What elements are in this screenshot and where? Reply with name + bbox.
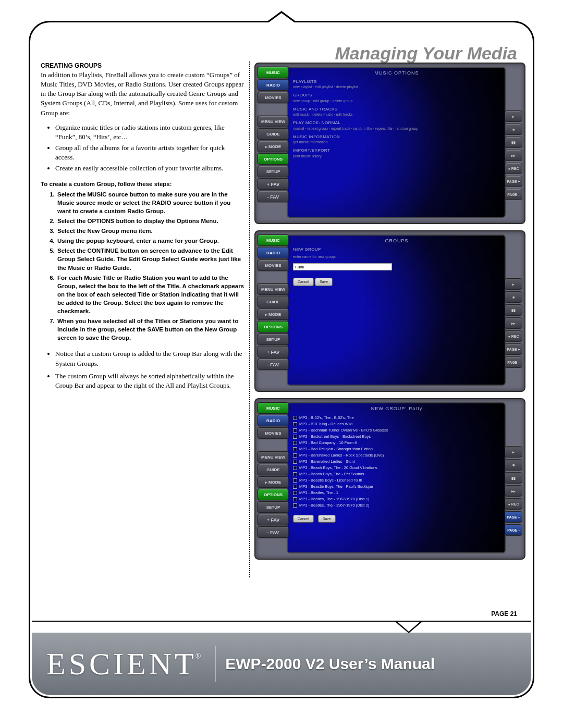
- track-row[interactable]: MP3 - Barenaked Ladies - Rock Spectacle …: [293, 452, 501, 459]
- nav-movies[interactable]: MOVIES: [258, 260, 289, 271]
- play-icon[interactable]: ▸: [505, 278, 522, 290]
- page-minus[interactable]: PAGE -: [505, 189, 522, 200]
- cancel-button[interactable]: Cancel: [293, 278, 314, 286]
- track-row[interactable]: MP3 - Barenaked Ladies - Stunt: [293, 459, 501, 465]
- ff-icon[interactable]: ▸▸: [505, 150, 522, 161]
- checkbox-icon[interactable]: [293, 428, 297, 433]
- nav-menuview[interactable]: MENU VIEW: [258, 283, 289, 295]
- nav-music[interactable]: MUSIC: [258, 67, 289, 78]
- save-button[interactable]: Save: [318, 515, 336, 523]
- checkbox-icon[interactable]: [293, 460, 297, 464]
- nav-add-fav[interactable]: + FAV: [258, 178, 289, 190]
- track-label: MP3 - Bad Religion - Stranger than Ficti…: [299, 447, 373, 452]
- opt-head: PLAY MODE: NORMAL: [293, 120, 501, 126]
- checkbox-icon[interactable]: [293, 416, 297, 420]
- cancel-button[interactable]: Cancel: [293, 515, 314, 523]
- track-row[interactable]: MP3 - Beatles, The - 1: [293, 490, 501, 496]
- rec-button[interactable]: ● REC: [505, 498, 522, 510]
- step-item: When you have selected all of the Titles…: [56, 317, 245, 342]
- stop-icon[interactable]: ■: [505, 459, 522, 471]
- checkbox-icon[interactable]: [293, 472, 297, 476]
- left-nav: MUSIC RADIO MOVIES MENU VIEW GUIDE MODE …: [258, 67, 289, 220]
- page-minus[interactable]: PAGE -: [505, 524, 522, 536]
- nav-guide[interactable]: GUIDE: [258, 128, 289, 140]
- page-plus[interactable]: PAGE +: [505, 343, 522, 355]
- track-row[interactable]: MP3 - Bad Religion - Stranger than Ficti…: [293, 446, 501, 452]
- checkbox-icon[interactable]: [293, 485, 297, 489]
- checkbox-icon[interactable]: [293, 441, 297, 445]
- nav-radio[interactable]: RADIO: [258, 79, 289, 91]
- nav-rem-fav[interactable]: - FAV: [258, 191, 289, 202]
- checkbox-icon[interactable]: [293, 503, 297, 508]
- nav-setup[interactable]: SETUP: [258, 501, 289, 513]
- transport-buttons: ▸ ■ ▮▮ ▸▸ ● REC PAGE + PAGE -: [505, 446, 522, 556]
- rec-button[interactable]: ● REC: [505, 330, 522, 342]
- nav-guide[interactable]: GUIDE: [258, 296, 289, 307]
- ff-icon[interactable]: ▸▸: [505, 485, 522, 497]
- opt-head: MUSIC INFORMATION: [293, 134, 501, 140]
- nav-music[interactable]: MUSIC: [258, 402, 289, 414]
- track-row[interactable]: MP3 - Beatles, The - 1967-1970 (Disc 1): [293, 496, 501, 502]
- intro-paragraph: In addition to Playlists, FireBall allow…: [41, 70, 245, 118]
- nav-guide[interactable]: GUIDE: [258, 464, 289, 475]
- play-icon[interactable]: ▸: [505, 110, 522, 122]
- opt-sub: get music information: [293, 140, 501, 144]
- rec-button[interactable]: ● REC: [505, 163, 522, 174]
- ff-icon[interactable]: ▸▸: [505, 317, 522, 329]
- page-plus[interactable]: PAGE +: [505, 511, 522, 523]
- checkbox-icon[interactable]: [293, 466, 297, 470]
- track-row[interactable]: MP3 - Backstreet Boys - Backstreet Boys: [293, 434, 501, 440]
- nav-radio[interactable]: RADIO: [258, 247, 289, 258]
- nav-mode[interactable]: MODE: [258, 309, 289, 320]
- checkbox-icon[interactable]: [293, 435, 297, 439]
- checkbox-icon[interactable]: [293, 491, 297, 495]
- nav-options[interactable]: OPTIONS: [258, 489, 289, 500]
- page-minus[interactable]: PAGE -: [505, 356, 522, 368]
- nav-menuview[interactable]: MENU VIEW: [258, 116, 289, 127]
- nav-options[interactable]: OPTIONS: [258, 321, 289, 332]
- track-row[interactable]: MP3 - Bad Company - 10 From 6: [293, 440, 501, 446]
- play-icon[interactable]: ▸: [505, 446, 522, 458]
- nav-radio[interactable]: RADIO: [258, 415, 289, 426]
- track-row[interactable]: MP3 - Bachman Turner Overdrive - BTO's G…: [293, 427, 501, 434]
- checkbox-icon[interactable]: [293, 478, 297, 483]
- track-row[interactable]: MP3 - Beastie Boys, The - Paul's Boutiqu…: [293, 484, 501, 490]
- checkbox-icon[interactable]: [293, 497, 297, 501]
- nav-add-fav[interactable]: + FAV: [258, 514, 289, 525]
- checkbox-icon[interactable]: [293, 447, 297, 451]
- nav-add-fav[interactable]: + FAV: [258, 346, 289, 357]
- track-row[interactable]: MP3 - Beach Boys, The - 20 Good Vibratio…: [293, 465, 501, 471]
- nav-music[interactable]: MUSIC: [258, 235, 289, 246]
- save-button[interactable]: Save: [315, 278, 333, 286]
- nav-movies[interactable]: MOVIES: [258, 92, 289, 103]
- checkbox-icon[interactable]: [293, 453, 297, 458]
- track-row[interactable]: MP3 - Beatles, The - 1967-1970 (Disc 2): [293, 502, 501, 509]
- step-item: Select the MUSIC source button to make s…: [56, 190, 245, 215]
- nav-mode[interactable]: MODE: [258, 476, 289, 488]
- track-row[interactable]: MP3 - Beach Boys, The - Pet Sounds: [293, 471, 501, 477]
- creating-groups-heading: CREATING GROUPS: [41, 61, 245, 70]
- nav-setup[interactable]: SETUP: [258, 166, 289, 177]
- nav-options[interactable]: OPTIONS: [258, 153, 289, 165]
- text-column: CREATING GROUPS In addition to Playlists…: [41, 61, 245, 609]
- nav-mode[interactable]: MODE: [258, 141, 289, 152]
- nav-setup[interactable]: SETUP: [258, 334, 289, 345]
- vertical-divider: [249, 61, 250, 577]
- pause-icon[interactable]: ▮▮: [505, 304, 522, 316]
- bottom-notch-icon: [395, 622, 422, 633]
- track-label: MP3 - Barenaked Ladies - Rock Spectacle …: [299, 453, 384, 458]
- nav-rem-fav[interactable]: - FAV: [258, 526, 289, 538]
- nav-movies[interactable]: MOVIES: [258, 427, 289, 439]
- pause-icon[interactable]: ▮▮: [505, 137, 522, 148]
- track-row[interactable]: MP3 - B.B. King - Deuces Wild: [293, 421, 501, 427]
- stop-icon[interactable]: ■: [505, 291, 522, 303]
- stop-icon[interactable]: ■: [505, 124, 522, 135]
- nav-rem-fav[interactable]: - FAV: [258, 359, 289, 370]
- track-row[interactable]: MP3 - Beastie Boys - Licensed To Ill: [293, 477, 501, 484]
- nav-menuview[interactable]: MENU VIEW: [258, 451, 289, 463]
- track-row[interactable]: MP3 - B-52's, The - B-52's, The: [293, 415, 501, 421]
- checkbox-icon[interactable]: [293, 422, 297, 426]
- group-name-input[interactable]: [293, 263, 392, 270]
- page-plus[interactable]: PAGE +: [505, 176, 522, 187]
- pause-icon[interactable]: ▮▮: [505, 472, 522, 484]
